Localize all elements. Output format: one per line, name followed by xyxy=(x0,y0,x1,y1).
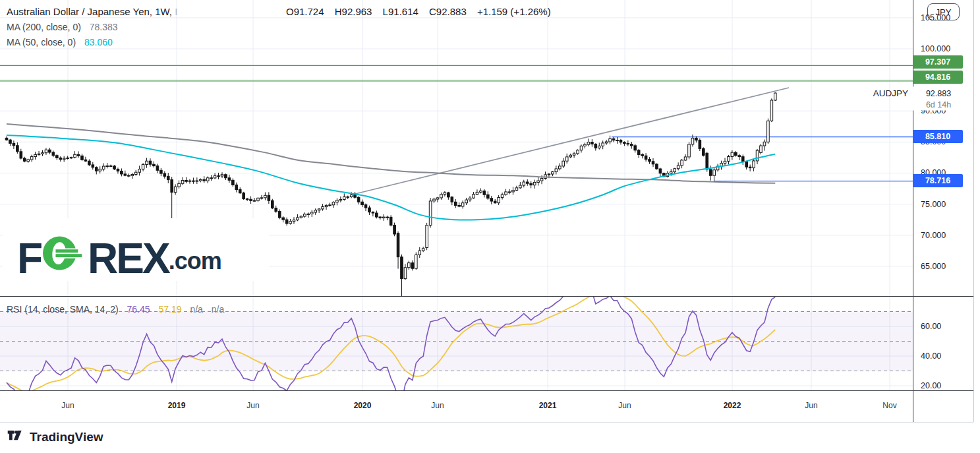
ma200-legend[interactable]: MA (200, close, 0) 78.383 xyxy=(7,22,118,32)
ma200-value: 78.383 xyxy=(90,22,118,32)
ma50-label: MA (50, close, 0) xyxy=(7,37,76,47)
symbol-title: Australian Dollar / Japanese Yen, 1W, xyxy=(7,6,172,17)
time-tick: Jun xyxy=(61,401,74,410)
tradingview-wordmark: TradingView xyxy=(30,430,103,444)
rsi-legend[interactable]: RSI (14, close, SMA, 14, 2) 76.45 57.19 … xyxy=(7,304,224,315)
time-tick: Jun xyxy=(618,401,631,410)
rsi-na-2: n/a xyxy=(212,304,224,315)
rsi-tick: 20.00 xyxy=(921,381,941,390)
rsi-na-1: n/a xyxy=(190,304,202,315)
bar-countdown-label: 6d 14h xyxy=(913,98,964,111)
time-tick: Jun xyxy=(246,401,259,410)
resistance-level-label: 97.307 xyxy=(913,55,963,69)
symbol-legend[interactable]: Australian Dollar / Japanese Yen, 1W, I xyxy=(7,6,177,17)
time-tick-year: 2019 xyxy=(168,401,186,410)
ma50-legend[interactable]: MA (50, close, 0) 83.060 xyxy=(7,37,113,47)
resistance-level-label: 94.816 xyxy=(913,71,963,84)
watermark-text-f: F xyxy=(17,241,41,276)
ohlc-close: C92.883 xyxy=(429,6,467,17)
chart-window: F REX .com Australian Dollar / Japanese … xyxy=(0,0,980,453)
rsi-label: RSI (14, close, SMA, 14, 2) xyxy=(7,304,119,315)
ohlc-change: +1.159 (+1.26%) xyxy=(477,6,551,17)
price-tick: 70.000 xyxy=(921,231,946,240)
rsi-value: 76.45 xyxy=(127,304,150,315)
ma200-label: MA (200, close, 0) xyxy=(7,22,81,32)
time-tick-year: 2021 xyxy=(539,401,557,410)
support-level-label: 78.716 xyxy=(913,174,963,187)
price-chart-canvas[interactable] xyxy=(0,0,980,423)
symbol-price-marker: AUDJPY xyxy=(817,88,908,98)
ohlc-row: O91.724 H92.963 L91.614 C92.883 +1.159 (… xyxy=(286,6,559,17)
support-level-label: 85.810 xyxy=(913,130,963,143)
ohlc-open: O91.724 xyxy=(286,6,324,17)
price-tick: 105.000 xyxy=(921,13,950,22)
ohlc-low: L91.614 xyxy=(383,6,418,17)
symbol-source-truncated: I xyxy=(175,6,177,17)
price-tick: 65.000 xyxy=(921,262,946,271)
watermark-text-rex: REX xyxy=(88,241,169,276)
time-tick: Jun xyxy=(431,401,444,410)
forex-o-icon xyxy=(43,233,86,276)
ohlc-high: H92.963 xyxy=(335,6,372,17)
rsi-tick: 40.00 xyxy=(921,351,941,361)
forex-com-watermark: F REX .com xyxy=(3,218,269,281)
time-tick: Nov xyxy=(882,401,896,410)
rsi-tick: 60.00 xyxy=(921,322,941,331)
price-tick: 75.000 xyxy=(921,200,946,209)
time-tick-year: 2020 xyxy=(354,401,372,410)
tradingview-logo-icon xyxy=(7,429,24,446)
watermark-text-tld: .com xyxy=(169,247,221,276)
time-tick: Jun xyxy=(805,401,817,410)
time-tick-year: 2022 xyxy=(724,401,741,410)
rsi-pane xyxy=(0,286,913,402)
tradingview-attribution[interactable]: TradingView xyxy=(7,429,103,446)
rsi-signal-value: 57.19 xyxy=(158,304,181,315)
ma50-value: 83.060 xyxy=(84,37,113,47)
price-tick: 100.000 xyxy=(921,44,950,53)
